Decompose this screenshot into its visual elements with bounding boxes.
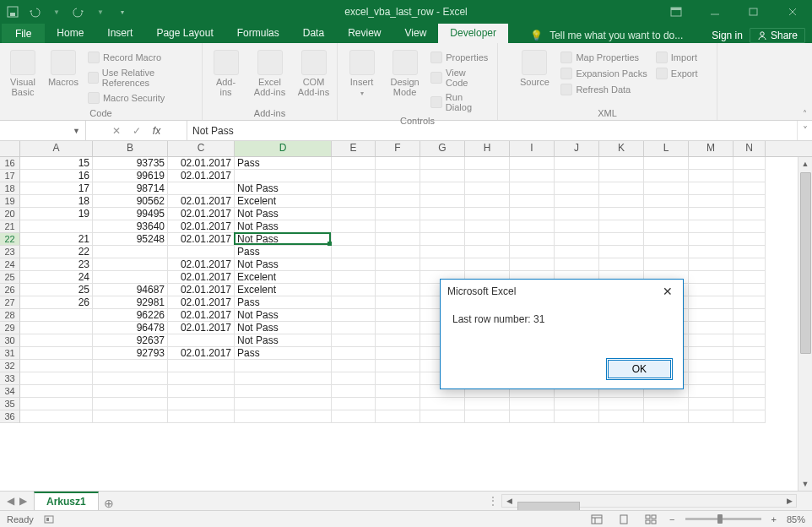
column-header-A[interactable]: A (20, 141, 93, 156)
ribbon-display-options-icon[interactable] (657, 0, 696, 24)
cell[interactable] (510, 170, 555, 182)
cell[interactable] (689, 284, 734, 296)
cell[interactable] (599, 246, 644, 258)
cell[interactable] (734, 385, 766, 398)
refresh-data-button[interactable]: Refresh Data (559, 82, 648, 97)
cell[interactable] (376, 246, 420, 258)
cell[interactable] (644, 208, 689, 220)
cell[interactable] (376, 157, 420, 170)
row-header-30[interactable]: 30 (0, 334, 20, 347)
cell[interactable] (644, 220, 689, 233)
cell[interactable] (734, 347, 766, 360)
new-sheet-button[interactable]: ⊕ (99, 497, 119, 510)
cell[interactable] (332, 195, 376, 208)
cell[interactable] (465, 157, 510, 170)
cell[interactable] (599, 220, 644, 233)
cell[interactable] (93, 360, 168, 372)
cell[interactable] (689, 322, 734, 334)
cell[interactable] (332, 296, 376, 309)
cell[interactable] (376, 182, 420, 195)
expansion-packs-button[interactable]: Expansion Packs (559, 66, 648, 81)
cell[interactable] (689, 170, 734, 182)
cell[interactable]: 16 (20, 170, 93, 182)
cell[interactable] (376, 233, 420, 246)
minimize-icon[interactable] (696, 0, 734, 24)
cell[interactable]: 21 (20, 233, 93, 246)
cell[interactable]: 02.01.2017 (168, 284, 235, 296)
cell[interactable]: Not Pass (235, 233, 332, 246)
save-icon[interactable] (5, 4, 20, 19)
cell[interactable] (689, 246, 734, 258)
cell[interactable] (376, 170, 420, 182)
cell[interactable]: 02.01.2017 (168, 309, 235, 322)
export-button[interactable]: Export (654, 66, 700, 81)
column-header-N[interactable]: N (734, 141, 766, 156)
cell[interactable] (555, 398, 599, 410)
cell[interactable]: Pass (235, 157, 332, 170)
view-code-button[interactable]: View Code (429, 66, 492, 90)
cell[interactable]: Pass (235, 246, 332, 258)
cell[interactable] (734, 157, 766, 170)
column-header-K[interactable]: K (599, 141, 644, 156)
cell[interactable]: 02.01.2017 (168, 170, 235, 182)
cell[interactable]: 96226 (93, 309, 168, 322)
cell[interactable] (20, 220, 93, 233)
cell[interactable] (510, 182, 555, 195)
cell[interactable] (689, 410, 734, 423)
view-page-layout-icon[interactable] (615, 513, 632, 526)
cell[interactable] (689, 334, 734, 347)
maximize-icon[interactable] (734, 0, 773, 24)
cell[interactable] (465, 220, 510, 233)
macro-recorder-icon[interactable] (44, 514, 56, 524)
cell[interactable] (734, 258, 766, 271)
horizontal-scrollbar[interactable]: ◀ ▶ (501, 494, 797, 508)
tab-page-layout[interactable]: Page Layout (144, 24, 225, 43)
scroll-left-icon[interactable]: ◀ (502, 497, 516, 505)
cell[interactable] (420, 220, 465, 233)
cell[interactable]: Not Pass (235, 334, 332, 347)
cell[interactable] (689, 398, 734, 410)
cell[interactable] (510, 246, 555, 258)
vertical-scrollbar[interactable]: ▲ ▼ (798, 157, 812, 491)
cell[interactable]: 95248 (93, 233, 168, 246)
cell[interactable]: Excelent (235, 195, 332, 208)
tab-home[interactable]: Home (45, 24, 95, 43)
cell[interactable] (510, 258, 555, 271)
cell[interactable] (465, 182, 510, 195)
cell[interactable] (689, 347, 734, 360)
cell[interactable] (644, 233, 689, 246)
excel-addins-button[interactable]: Excel Add-ins (251, 46, 290, 97)
expand-formula-bar-icon[interactable]: ˅ (797, 121, 812, 140)
cell[interactable] (376, 309, 420, 322)
cell[interactable] (734, 398, 766, 410)
cell[interactable] (465, 398, 510, 410)
cell[interactable]: 02.01.2017 (168, 195, 235, 208)
cell[interactable] (168, 372, 235, 385)
cell[interactable]: 92981 (93, 296, 168, 309)
cell[interactable] (420, 157, 465, 170)
cell[interactable] (734, 309, 766, 322)
cell[interactable] (376, 360, 420, 372)
cell[interactable] (689, 208, 734, 220)
cell[interactable]: Not Pass (235, 322, 332, 334)
cell[interactable] (689, 372, 734, 385)
sheet-tab-active[interactable]: Arkusz1 (34, 492, 99, 510)
cell[interactable] (376, 284, 420, 296)
row-header-33[interactable]: 33 (0, 372, 20, 385)
cell[interactable] (734, 233, 766, 246)
column-header-I[interactable]: I (510, 141, 555, 156)
cell[interactable] (420, 170, 465, 182)
cell[interactable] (376, 322, 420, 334)
addins-button[interactable]: Add- ins (207, 46, 246, 97)
cell[interactable] (599, 410, 644, 423)
scroll-up-icon[interactable]: ▲ (802, 157, 809, 171)
cell[interactable] (465, 258, 510, 271)
tab-data[interactable]: Data (291, 24, 336, 43)
visual-basic-button[interactable]: Visual Basic (5, 46, 41, 97)
cell[interactable] (689, 385, 734, 398)
row-header-17[interactable]: 17 (0, 170, 20, 182)
cell[interactable] (555, 220, 599, 233)
view-normal-icon[interactable] (588, 513, 605, 526)
cell[interactable] (332, 271, 376, 284)
cell[interactable] (465, 233, 510, 246)
